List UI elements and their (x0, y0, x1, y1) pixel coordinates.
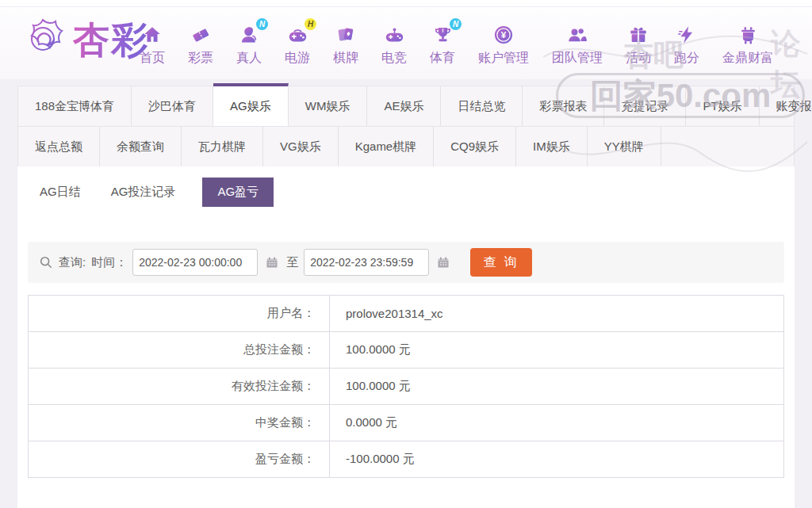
table-row: 总投注金额： 100.0000 元 (29, 332, 783, 369)
nav-label: 跑分 (674, 50, 699, 67)
tab-wali-cards[interactable]: 瓦力棋牌 (182, 127, 263, 166)
tab-rebate-total[interactable]: 返点总额 (18, 127, 100, 166)
content-panel: AG日结 AG投注记录 AG盈亏 查询: 时间： 至 (17, 166, 795, 508)
nav-item-egames[interactable]: H 电游 (285, 24, 310, 67)
nav-item-lottery[interactable]: 彩票 (188, 24, 213, 67)
speed-icon (675, 24, 699, 46)
tab-lottery-report[interactable]: 彩票报表 (523, 86, 604, 126)
subtab-ag-profit-loss[interactable]: AG盈亏 (202, 178, 274, 207)
start-time-input[interactable] (132, 249, 258, 276)
nav-item-activity[interactable]: 活动 (626, 24, 651, 67)
subtab-ag-bet-records[interactable]: AG投注记录 (108, 178, 179, 207)
nav-label: 电游 (285, 50, 310, 67)
tab-balance-change-report[interactable]: 账变报表 (760, 86, 812, 126)
nav-item-team[interactable]: 团队管理 (552, 24, 603, 67)
gamepad-icon: H (285, 24, 309, 46)
tab-kgame[interactable]: Kgame棋牌 (339, 127, 435, 166)
tabs-row-2: 返点总额 余额查询 瓦力棋牌 VG娱乐 Kgame棋牌 CQ9娱乐 IM娱乐 Y… (18, 127, 794, 166)
coin-icon: ¥ (492, 24, 515, 46)
calendar-icon[interactable] (266, 256, 278, 269)
nav-item-boardcards[interactable]: 棋牌 (333, 24, 358, 67)
nav-label: 活动 (626, 50, 651, 67)
hot-badge: H (304, 18, 316, 30)
tab-daily-summary[interactable]: 日结总览 (441, 86, 523, 126)
tab-vg[interactable]: VG娱乐 (263, 127, 339, 166)
cauldron-icon (736, 24, 760, 46)
row-value: 0.0000 元 (330, 405, 783, 441)
nav-label: 真人 (236, 50, 262, 67)
main-nav: 首页 彩票 N 真人 (140, 24, 773, 67)
tab-deposit-records[interactable]: 充提记录 (604, 86, 686, 126)
top-header: 杏彩 首页 彩票 (0, 0, 812, 79)
search-button[interactable]: 查 询 (470, 248, 532, 277)
tab-ae[interactable]: AE娱乐 (367, 86, 441, 126)
trophy-icon: I N (431, 24, 454, 46)
row-label: 用户名： (29, 296, 330, 331)
row-label: 中奖金额： (29, 405, 330, 441)
cards-icon (334, 24, 358, 46)
new-badge: N (256, 18, 268, 30)
tabs-row-1: 188金宝博体育 沙巴体育 AG娱乐 WM娱乐 AE娱乐 日结总览 彩票报表 充… (18, 86, 794, 127)
table-row: 中奖金额： 0.0000 元 (29, 405, 783, 441)
ag-subtabs: AG日结 AG投注记录 AG盈亏 (36, 178, 274, 207)
header-divider (0, 6, 812, 7)
flower-logo-icon (21, 17, 65, 64)
profit-loss-table: 用户名： prolove201314_xc 总投注金额： 100.0000 元 … (28, 295, 784, 478)
subtab-ag-daily[interactable]: AG日结 (36, 178, 84, 207)
tab-im[interactable]: IM娱乐 (516, 127, 588, 166)
row-value: prolove201314_xc (330, 296, 783, 331)
tab-pt[interactable]: PT娱乐 (686, 86, 759, 126)
nav-label: 彩票 (188, 50, 213, 67)
live-person-icon: N (237, 24, 261, 46)
nav-item-account[interactable]: ¥ 账户管理 (478, 24, 529, 67)
svg-text:¥: ¥ (501, 29, 507, 40)
time-label: 时间： (91, 255, 127, 270)
ticket-icon (189, 24, 213, 46)
nav-label: 金鼎财富 (722, 50, 773, 67)
esports-icon (382, 24, 406, 46)
row-label: 盈亏金额： (29, 441, 330, 477)
tab-188-sports[interactable]: 188金宝博体育 (18, 86, 132, 126)
gift-icon (626, 24, 650, 46)
row-label: 总投注金额： (29, 332, 330, 368)
between-label: 至 (286, 255, 298, 270)
nav-label: 棋牌 (333, 50, 358, 67)
nav-label: 体育 (430, 50, 455, 67)
query-bar: 查询: 时间： 至 查 询 (28, 242, 784, 283)
tab-cq9[interactable]: CQ9娱乐 (434, 127, 516, 166)
nav-label: 团队管理 (552, 50, 603, 67)
table-row: 有效投注金额： 100.0000 元 (29, 369, 783, 405)
row-value: 100.0000 元 (330, 369, 783, 404)
tab-wm[interactable]: WM娱乐 (289, 86, 368, 126)
brand-name: 杏彩 (73, 16, 149, 65)
query-label: 查询: (59, 255, 86, 270)
row-value: 100.0000 元 (330, 332, 783, 368)
calendar-icon[interactable] (437, 256, 450, 269)
tab-balance-query[interactable]: 余额查询 (100, 127, 182, 166)
report-tabs: 188金宝博体育 沙巴体育 AG娱乐 WM娱乐 AE娱乐 日结总览 彩票报表 充… (17, 86, 795, 167)
tab-yy-cards[interactable]: YY棋牌 (588, 127, 661, 166)
nav-label: 电竞 (381, 50, 407, 67)
tab-shaba-sports[interactable]: 沙巴体育 (132, 86, 213, 126)
home-icon (140, 24, 164, 46)
new-badge: N (450, 18, 462, 30)
nav-item-wealth[interactable]: 金鼎财富 (722, 24, 773, 67)
table-row: 盈亏金额： -100.0000 元 (29, 441, 783, 477)
svg-text:I: I (442, 27, 443, 32)
table-row: 用户名： prolove201314_xc (29, 296, 783, 332)
logo[interactable]: 杏彩 (21, 16, 149, 65)
row-label: 有效投注金额： (29, 369, 330, 404)
nav-item-live[interactable]: N 真人 (236, 24, 262, 67)
nav-item-sports[interactable]: I N 体育 (430, 24, 455, 67)
end-time-input[interactable] (304, 249, 429, 276)
nav-item-paofen[interactable]: 跑分 (674, 24, 699, 67)
nav-item-esports[interactable]: 电竞 (381, 24, 407, 67)
team-icon (565, 24, 589, 46)
nav-item-home[interactable]: 首页 (140, 24, 165, 67)
tab-ag-entertainment[interactable]: AG娱乐 (213, 83, 289, 126)
search-icon (39, 255, 53, 269)
row-value: -100.0000 元 (330, 441, 783, 477)
nav-label: 账户管理 (478, 50, 529, 67)
nav-label: 首页 (140, 50, 165, 67)
